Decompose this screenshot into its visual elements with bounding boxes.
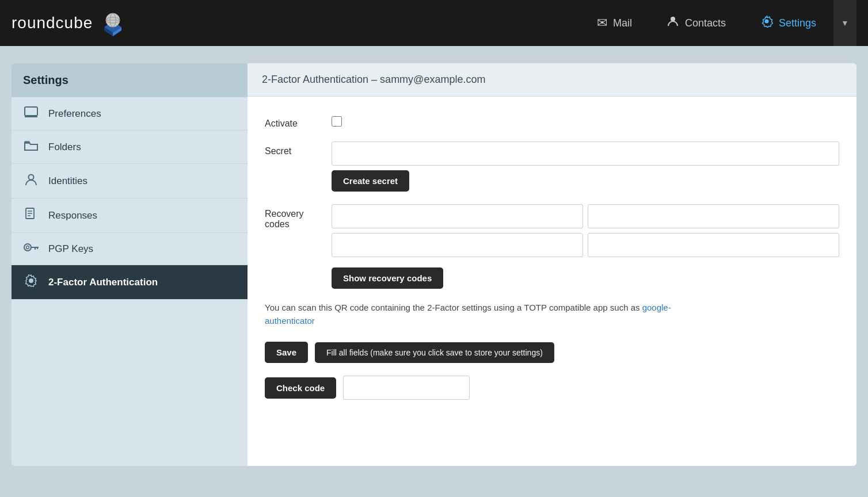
sidebar-2fa-label: 2-Factor Authentication [48, 277, 158, 288]
responses-icon [23, 208, 39, 223]
user-dropdown-arrow[interactable]: ▼ [833, 0, 856, 46]
sidebar-header: Settings [12, 63, 248, 97]
sidebar-item-2fa[interactable]: 2-Factor Authentication [12, 265, 248, 300]
preferences-icon [23, 106, 39, 121]
recovery-label: Recovery codes [265, 204, 322, 230]
sidebar-item-responses[interactable]: Responses [12, 198, 248, 233]
activate-label: Activate [265, 114, 322, 129]
sidebar-item-identities[interactable]: Identities [12, 164, 248, 198]
nav-contacts-label: Contacts [685, 17, 726, 29]
content-panel: 2-Factor Authentication – sammy@example.… [248, 63, 856, 466]
content-body: Activate Secret Create secret Recovery c… [248, 97, 856, 417]
check-code-row: Check code [265, 376, 839, 400]
svg-point-23 [29, 278, 33, 283]
save-button[interactable]: Save [265, 342, 308, 363]
nav-mail[interactable]: ✉ Mail [580, 0, 649, 46]
sidebar-folders-label: Folders [48, 142, 81, 153]
logo-area: roundcube [12, 9, 580, 37]
nav-settings[interactable]: Settings [743, 0, 833, 46]
sidebar-identities-label: Identities [48, 175, 87, 187]
svg-point-13 [29, 175, 34, 180]
info-text: You can scan this QR code containing the… [265, 301, 696, 327]
activate-checkbox[interactable] [332, 116, 342, 127]
content-header: 2-Factor Authentication – sammy@example.… [248, 63, 856, 97]
secret-input[interactable] [332, 142, 839, 166]
sidebar-item-folders[interactable]: Folders [12, 131, 248, 164]
sidebar-item-preferences[interactable]: Preferences [12, 97, 248, 131]
recovery-input-4[interactable] [588, 233, 839, 257]
recovery-input-1[interactable] [332, 204, 583, 228]
top-nav: ✉ Mail Contacts Settings [580, 0, 833, 46]
identities-icon [23, 173, 39, 189]
secret-row: Secret Create secret [265, 142, 839, 192]
nav-contacts[interactable]: Contacts [649, 0, 743, 46]
nav-settings-label: Settings [779, 17, 816, 29]
sidebar-pgp-label: PGP Keys [48, 243, 93, 255]
activate-row: Activate [265, 114, 839, 129]
sidebar-responses-label: Responses [48, 210, 97, 221]
svg-point-19 [26, 246, 29, 249]
action-row: Save Fill all fields (make sure you clic… [265, 342, 839, 363]
svg-point-18 [24, 244, 31, 251]
recovery-input-3[interactable] [332, 233, 583, 257]
secret-label: Secret [265, 142, 322, 156]
settings-icon [760, 15, 773, 31]
sidebar-preferences-label: Preferences [48, 108, 101, 120]
mail-icon: ✉ [597, 16, 607, 30]
app-title: roundcube [12, 14, 93, 32]
sidebar: Settings Preferences Folders [12, 63, 248, 466]
check-code-input[interactable] [343, 376, 470, 400]
info-text-before: You can scan this QR code containing the… [265, 303, 642, 312]
recovery-row: Recovery codes Show recovery codes [265, 204, 839, 289]
svg-rect-9 [25, 107, 37, 116]
show-recovery-codes-button[interactable]: Show recovery codes [332, 267, 443, 289]
pgp-icon [23, 242, 39, 255]
activate-field [332, 114, 839, 127]
secret-field: Create secret [332, 142, 839, 192]
sidebar-item-pgp[interactable]: PGP Keys [12, 233, 248, 265]
app-logo-icon [98, 9, 127, 37]
recovery-field: Show recovery codes [332, 204, 839, 289]
nav-mail-label: Mail [613, 17, 632, 29]
contacts-icon [667, 15, 679, 31]
fill-notice: Fill all fields (make sure you click sav… [315, 342, 554, 363]
recovery-input-2[interactable] [588, 204, 839, 228]
recovery-grid [332, 204, 839, 257]
folders-icon [23, 140, 39, 154]
check-code-button[interactable]: Check code [265, 377, 336, 399]
create-secret-button[interactable]: Create secret [332, 170, 409, 192]
main-area: Settings Preferences Folders [0, 46, 868, 483]
twofa-icon [23, 274, 39, 290]
svg-point-8 [764, 20, 768, 24]
svg-point-7 [671, 17, 675, 21]
topbar: roundcube ✉ Mail [0, 0, 868, 46]
